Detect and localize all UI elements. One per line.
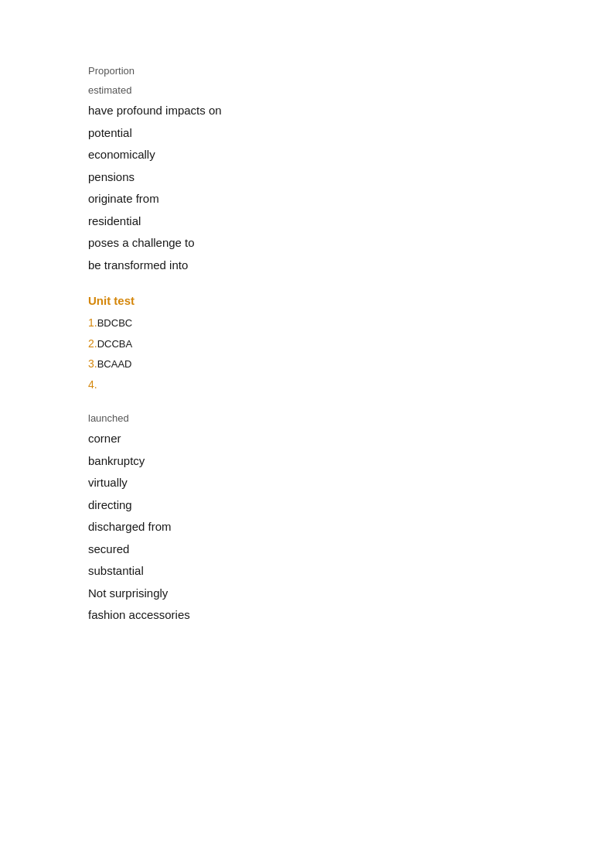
not-surprisingly-line: Not surprisingly (88, 583, 613, 605)
bankruptcy-line: bankruptcy (88, 450, 613, 473)
answer-2: 2.DCCBA (88, 333, 613, 354)
answer-2-number: 2. (88, 337, 97, 350)
answer-1: 1.BDCBC (88, 313, 613, 333)
answer-3-number: 3. (88, 357, 97, 370)
answer-1-text: BDCBC (97, 317, 133, 329)
fashion-line: fashion accessories (88, 604, 613, 627)
unit-test-header: Unit test (88, 290, 613, 313)
economically-line: economically (88, 144, 613, 166)
secured-line: secured (88, 538, 613, 561)
launched-line: launched (88, 409, 613, 429)
discharged-line: discharged from (88, 516, 613, 538)
answer-3: 3.BCAAD (88, 354, 613, 374)
answer-4-number-only: 4. (88, 374, 613, 395)
answer-2-text: DCCBA (97, 338, 133, 350)
answer-1-number: 1. (88, 316, 97, 329)
residential-line: residential (88, 210, 613, 233)
directing-line: directing (88, 494, 613, 517)
pensions-line: pensions (88, 166, 613, 189)
estimated-line: estimated (88, 81, 613, 101)
originate-line: originate from (88, 188, 613, 210)
profound-line: have profound impacts on (88, 100, 613, 122)
substantial-line: substantial (88, 560, 613, 583)
answer-3-text: BCAAD (97, 358, 132, 370)
corner-line: corner (88, 428, 613, 450)
poses-line: poses a challenge to (88, 232, 613, 255)
virtually-line: virtually (88, 472, 613, 494)
potential-line: potential (88, 122, 613, 145)
proportion-line: Proportion (88, 62, 613, 81)
transformed-line: be transformed into (88, 255, 613, 277)
